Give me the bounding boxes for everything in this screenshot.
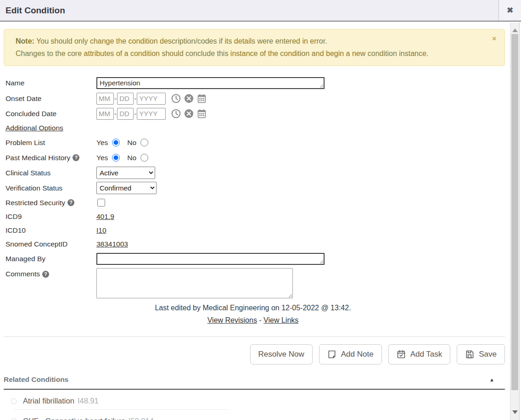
- concluded-year-input[interactable]: [137, 108, 166, 120]
- problem-list-no-label: No: [127, 139, 136, 147]
- add-note-button[interactable]: Add Note: [319, 344, 382, 364]
- onset-year-input[interactable]: [137, 93, 166, 105]
- past-medical-history-label: Past Medical History ?: [6, 154, 96, 162]
- calendar-icon[interactable]: [197, 109, 207, 118]
- condition-name: Atrial fibrillation: [23, 397, 74, 405]
- revision-links: View Revisions - View Links: [0, 316, 506, 325]
- comments-label: Comments ?: [6, 268, 96, 278]
- view-revisions-link[interactable]: View Revisions: [207, 316, 257, 324]
- problem-list-row: Problem List Yes No: [6, 136, 509, 149]
- view-links-link[interactable]: View Links: [263, 316, 298, 324]
- calendar-icon[interactable]: [197, 94, 207, 103]
- clear-date-icon[interactable]: [184, 94, 194, 103]
- banner-dismiss-icon[interactable]: ×: [492, 35, 496, 42]
- resolve-now-button[interactable]: Resolve Now: [250, 344, 313, 364]
- help-icon[interactable]: ?: [73, 154, 79, 161]
- problem-list-yes-radio[interactable]: [112, 139, 120, 146]
- additional-options-link[interactable]: Additional Options: [6, 124, 63, 132]
- comments-input[interactable]: [96, 268, 293, 298]
- scrollbar-thumb[interactable]: [511, 34, 518, 390]
- save-button[interactable]: Save: [457, 344, 505, 364]
- modal-header: Edit Condition ✖: [0, 0, 521, 22]
- clear-date-icon[interactable]: [184, 109, 194, 118]
- last-edited-text: Last edited by Medical Engineering on 12…: [0, 304, 506, 312]
- warning-banner: Note: You should only change the conditi…: [4, 29, 505, 66]
- snomed-row: Snomed ConceptID 38341003: [6, 239, 509, 249]
- comments-row: Comments ?: [6, 268, 509, 298]
- related-conditions-title: Related Conditions: [4, 375, 68, 384]
- close-icon: ✖: [507, 6, 513, 15]
- problem-list-label: Problem List: [6, 139, 96, 147]
- restricted-security-label-text: Restricted Security: [6, 199, 65, 207]
- condition-bullet-icon: [11, 418, 17, 420]
- condition-bullet-icon: [11, 398, 17, 404]
- managed-by-row: Managed By: [6, 253, 509, 265]
- pmh-yes-radio[interactable]: [112, 154, 120, 162]
- name-input[interactable]: Hypertension: [96, 77, 325, 89]
- calendar-check-icon: [397, 350, 406, 359]
- collapse-icon[interactable]: ▲: [489, 377, 494, 382]
- clinical-status-select[interactable]: Active: [96, 167, 155, 179]
- past-medical-history-label-text: Past Medical History: [6, 154, 70, 162]
- onset-date-row: Onset Date - -: [6, 92, 509, 105]
- pmh-no-label: No: [127, 154, 136, 162]
- help-icon[interactable]: ?: [42, 271, 49, 278]
- onset-date-label: Onset Date: [6, 95, 96, 103]
- icd9-label: ICD9: [6, 213, 96, 221]
- clinical-status-label: Clinical Status: [6, 169, 96, 177]
- related-condition-item[interactable]: CHF - Congestive heart failure I50.814: [4, 410, 505, 420]
- concluded-month-input[interactable]: [96, 108, 114, 120]
- scroll-up-icon[interactable]: [512, 28, 518, 32]
- snomed-label: Snomed ConceptID: [6, 240, 96, 248]
- verification-status-select[interactable]: Confirmed: [96, 182, 157, 194]
- note-line2: Changes to the core attributes of a cond…: [16, 50, 428, 57]
- date-separator: -: [114, 110, 117, 118]
- icd10-label: ICD10: [6, 226, 96, 235]
- vertical-scrollbar[interactable]: [510, 22, 520, 420]
- condition-code: I50.814: [129, 417, 154, 420]
- restricted-security-checkbox[interactable]: [97, 199, 105, 207]
- add-task-button[interactable]: Add Task: [388, 344, 451, 364]
- snomed-code-link[interactable]: 38341003: [96, 240, 128, 248]
- condition-code: I48.91: [78, 397, 99, 405]
- close-button[interactable]: ✖: [499, 0, 521, 21]
- managed-by-label: Managed By: [6, 253, 96, 263]
- verification-status-row: Verification Status Confirmed: [6, 182, 509, 194]
- date-separator: -: [134, 110, 136, 118]
- section-divider: [4, 336, 505, 337]
- note-text1: You should only change the condition des…: [34, 37, 327, 45]
- onset-month-input[interactable]: [96, 93, 114, 105]
- additional-options-row: Additional Options: [6, 123, 509, 134]
- concluded-date-label: Concluded Date: [6, 110, 96, 118]
- problem-list-yes-label: Yes: [96, 139, 108, 147]
- date-separator: -: [134, 95, 136, 103]
- icd10-code-link[interactable]: I10: [96, 226, 106, 235]
- help-icon[interactable]: ?: [67, 199, 74, 206]
- clock-icon[interactable]: [171, 94, 181, 103]
- comments-label-text: Comments: [6, 270, 40, 278]
- icd9-code-link[interactable]: 401.9: [96, 213, 114, 221]
- pmh-no-radio[interactable]: [140, 154, 148, 162]
- icd10-row: ICD10 I10: [6, 225, 509, 235]
- concluded-day-input[interactable]: [117, 108, 134, 120]
- condition-form: Name Hypertension Onset Date - - Conclud…: [6, 77, 509, 298]
- name-row: Name Hypertension: [6, 77, 509, 90]
- restricted-security-label: Restricted Security ?: [6, 199, 96, 207]
- related-condition-item[interactable]: Atrial fibrillation I48.91: [4, 390, 505, 409]
- restricted-security-row: Restricted Security ?: [6, 197, 509, 208]
- action-button-row: Resolve Now Add Note Add Task Save: [0, 344, 505, 364]
- onset-day-input[interactable]: [117, 93, 134, 105]
- pmh-yes-label: Yes: [96, 154, 108, 162]
- scroll-down-icon[interactable]: [512, 410, 518, 414]
- clock-icon[interactable]: [171, 109, 181, 118]
- clinical-status-row: Clinical Status Active: [6, 167, 509, 179]
- add-task-label: Add Task: [410, 350, 443, 359]
- note-label: Note:: [16, 37, 34, 45]
- add-note-label: Add Note: [341, 350, 374, 359]
- managed-by-input[interactable]: [96, 253, 325, 265]
- links-separator: -: [257, 316, 263, 324]
- icd9-row: ICD9 401.9: [6, 211, 509, 222]
- problem-list-no-radio[interactable]: [140, 139, 148, 146]
- verification-status-label: Verification Status: [6, 184, 96, 192]
- concluded-date-row: Concluded Date - -: [6, 107, 509, 120]
